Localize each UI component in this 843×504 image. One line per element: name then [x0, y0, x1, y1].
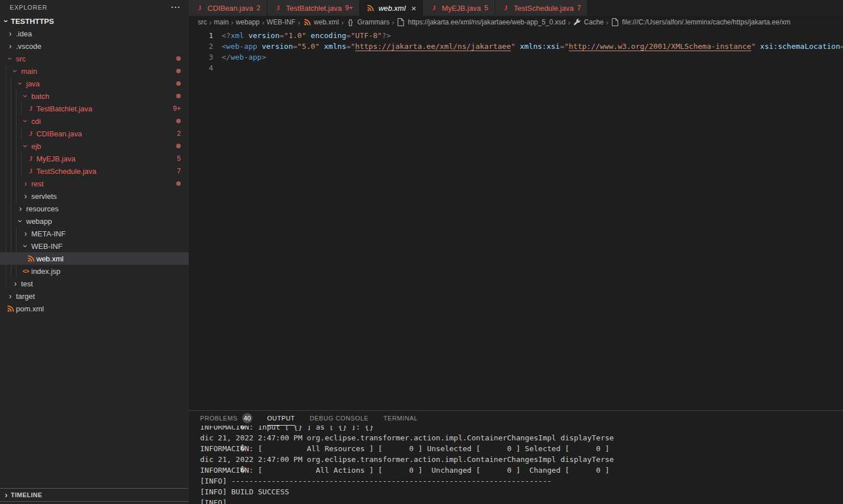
indent-guide	[16, 90, 21, 102]
code-token: xml	[231, 31, 244, 40]
project-root[interactable]: › TESTHTTPS	[0, 15, 189, 27]
tree-item-test[interactable]: ›test	[0, 277, 189, 290]
tab-testbatchlet-java[interactable]: JTestBatchlet.java9+	[267, 0, 360, 16]
code-line-content	[213, 63, 222, 73]
java-file-icon: J	[273, 3, 283, 13]
breadcrumb-item-src[interactable]: src	[198, 18, 207, 26]
panel-tab-label: TERMINAL	[384, 415, 418, 422]
file-icon	[396, 18, 405, 26]
output-log[interactable]: INFORMACI�N: Input [ {} ] as [ {} ]: {}d…	[189, 426, 843, 504]
indent-guide	[6, 165, 11, 177]
code-editor[interactable]: 1<?xml version="1.0" encoding="UTF-8"?>2…	[189, 28, 843, 410]
tree-item-rest[interactable]: ›rest	[0, 177, 189, 190]
panel-tab-problems[interactable]: PROBLEMS40	[200, 411, 252, 426]
indent-guide	[6, 177, 11, 190]
breadcrumb-item-label: Grammars	[357, 18, 389, 26]
output-line: dic 21, 2022 2:47:00 PM org.eclipse.tran…	[200, 454, 843, 465]
breadcrumb-item-file-c-users-alfon-lemminx-cache-https-j[interactable]: file:///C:/Users/alfon/.lemminx/cache/ht…	[611, 18, 790, 26]
sidebar-filler	[0, 315, 189, 488]
indent-guide	[16, 152, 21, 165]
breadcrumb-item-grammars[interactable]: {}Grammars	[346, 18, 389, 26]
tree-item-myejb-java[interactable]: JMyEJB.java5	[0, 152, 189, 165]
tree-item-label: ejb	[31, 142, 41, 151]
tree-item-meta-inf[interactable]: ›META-INF	[0, 227, 189, 240]
indent-guide	[11, 165, 16, 177]
code-token: encoding	[311, 31, 347, 40]
panel-tab-debug-console[interactable]: DEBUG CONSOLE	[310, 411, 369, 426]
breadcrumb-item-cache[interactable]: Cache	[572, 18, 604, 26]
code-token: version	[261, 42, 293, 51]
tree-item-src[interactable]: ›src	[0, 52, 189, 65]
code-token: >	[261, 53, 266, 61]
modified-dot-badge	[176, 119, 181, 123]
chevron-down-icon: ›	[16, 79, 25, 88]
tree-item-vscode[interactable]: ›.vscode	[0, 40, 189, 52]
panel-tab-output[interactable]: OUTPUT	[267, 411, 295, 426]
tree-item-java[interactable]: ›java	[0, 77, 189, 90]
tree-item-label: rest	[31, 180, 44, 188]
tree-item-ejb[interactable]: ›ejb	[0, 140, 189, 152]
indent-guide	[16, 227, 21, 240]
tab-cdibean-java[interactable]: JCDIBean.java2	[189, 0, 267, 16]
breadcrumb-item-https-jakarta-ee-xml-ns-jakartaee-web-ap[interactable]: https://jakarta.ee/xml/ns/jakartaee/web-…	[396, 18, 566, 26]
tree-item-servlets[interactable]: ›servlets	[0, 190, 189, 202]
modified-dot-badge	[176, 144, 181, 148]
more-actions-icon[interactable]: ···	[171, 3, 181, 12]
tree-item-label: batch	[31, 92, 49, 101]
chevron-down-icon: ›	[2, 16, 11, 26]
indent-guide	[16, 115, 21, 127]
tree-item-testbatchlet-java[interactable]: JTestBatchlet.java9+	[0, 102, 189, 115]
code-token: =	[560, 42, 564, 51]
tree-item-label: WEB-INF	[31, 242, 63, 251]
indent-guide	[6, 240, 11, 252]
problem-count-badge: 9+	[173, 105, 181, 113]
code-token	[244, 31, 248, 40]
code-token: version	[248, 31, 280, 40]
tab-web-xml[interactable]: web.xml×	[360, 0, 423, 16]
panel-tab-terminal[interactable]: TERMINAL	[384, 411, 418, 426]
code-line: 1<?xml version="1.0" encoding="UTF-8"?>	[189, 30, 843, 41]
indent-guide	[6, 77, 11, 90]
tree-item-idea[interactable]: ›.idea	[0, 27, 189, 40]
tree-item-index-jsp[interactable]: <>index.jsp	[0, 265, 189, 277]
breadcrumb-item-web-xml[interactable]: web.xml	[302, 18, 339, 26]
breadcrumb-item-main[interactable]: main	[214, 18, 229, 26]
tree-item-resources[interactable]: ›resources	[0, 202, 189, 215]
output-line: INFORMACI�N: [ All Actions ] [ 0 ] Uncha…	[200, 465, 843, 476]
tab-label: MyEJB.java	[442, 4, 481, 13]
indent-guide	[16, 102, 21, 115]
code-line-content: <?xml version="1.0" encoding="UTF-8"?>	[213, 30, 391, 41]
tab-testschedule-java[interactable]: JTestSchedule.java7	[495, 0, 588, 16]
code-token: =	[840, 42, 843, 51]
project-root-label: TESTHTTPS	[11, 17, 54, 26]
tree-item-cdibean-java[interactable]: JCDIBean.java2	[0, 127, 189, 140]
tree-item-target[interactable]: ›target	[0, 290, 189, 302]
tree-item-main[interactable]: ›main	[0, 65, 189, 77]
tree-item-testschedule-java[interactable]: JTestSchedule.java7	[0, 165, 189, 177]
indent-guide	[21, 152, 26, 165]
tree-item-batch[interactable]: ›batch	[0, 90, 189, 102]
breadcrumb-item-label: https://jakarta.ee/xml/ns/jakartaee/web-…	[408, 18, 566, 26]
tree-item-pom-xml[interactable]: pom.xml	[0, 302, 189, 315]
close-icon[interactable]: ×	[412, 3, 417, 13]
tree-item-cdi[interactable]: ›cdi	[0, 115, 189, 127]
breadcrumb-item-web-inf[interactable]: WEB-INF	[267, 18, 296, 26]
timeline-section[interactable]: › TIMELINE	[0, 488, 189, 502]
tree-item-label: MyEJB.java	[36, 155, 76, 163]
tree-item-label: web.xml	[36, 255, 64, 263]
tree-item-webapp[interactable]: ›webapp	[0, 215, 189, 227]
tree-item-web-inf[interactable]: ›WEB-INF	[0, 240, 189, 252]
breadcrumb-item-webapp[interactable]: webapp	[236, 18, 260, 26]
breadcrumb-separator-icon: ›	[209, 18, 211, 27]
explorer-sidebar: EXPLORER ··· › TESTHTTPS ›.idea›.vscode›…	[0, 0, 189, 504]
chevron-right-icon: ›	[21, 179, 30, 188]
tree-item-label: test	[21, 280, 33, 288]
chevron-down-icon: ›	[16, 216, 25, 226]
tree-item-label: servlets	[31, 192, 57, 201]
tab-myejb-java[interactable]: JMyEJB.java5	[423, 0, 495, 16]
sidebar-bottom-pad	[0, 502, 189, 504]
tree-item-web-xml[interactable]: web.xml	[0, 252, 189, 265]
java-file-icon: J	[26, 104, 35, 113]
tree-item-label: .idea	[16, 30, 32, 38]
output-line: dic 21, 2022 2:47:00 PM org.eclipse.tran…	[200, 432, 843, 443]
